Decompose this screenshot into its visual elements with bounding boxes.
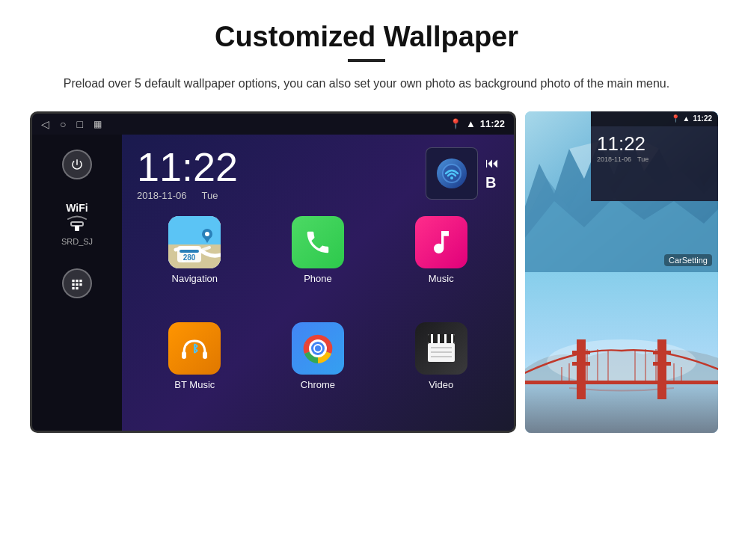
media-label-b: B [485, 174, 499, 191]
phone-app-icon [292, 216, 344, 268]
music-label: Music [429, 273, 454, 284]
status-time: 11:22 [480, 118, 505, 129]
svg-rect-27 [426, 334, 431, 343]
video-app-icon [415, 322, 467, 375]
btmusic-label: BT Music [174, 379, 215, 390]
nav-map-background: 280 [168, 216, 221, 268]
app-item-phone[interactable]: Phone [260, 216, 376, 316]
app-item-btmusic[interactable]: BT Music [137, 322, 253, 422]
video-label: Video [429, 379, 453, 390]
back-nav-icon[interactable]: ◁ [41, 118, 49, 130]
page-title: Customized Wallpaper [30, 21, 703, 53]
svg-text:280: 280 [183, 253, 196, 262]
status-bar-right: 📍 ▲ 11:22 [450, 118, 505, 129]
svg-point-3 [450, 176, 453, 179]
svg-rect-45 [577, 339, 586, 399]
navigation-label: Navigation [172, 273, 218, 284]
power-button[interactable] [62, 150, 92, 179]
svg-point-24 [315, 345, 321, 351]
svg-rect-7 [168, 216, 221, 244]
svg-rect-29 [440, 334, 444, 343]
location-icon: 📍 [450, 118, 461, 129]
media-controls: ⏮ B [485, 156, 499, 191]
svg-rect-31 [453, 334, 458, 343]
wallpaper-bridge[interactable] [525, 272, 718, 433]
screenshot-icon: ▦ [93, 119, 102, 129]
day-value: Tue [202, 190, 218, 201]
svg-rect-14 [182, 351, 186, 359]
apps-button[interactable] [62, 268, 92, 298]
svg-rect-9 [180, 250, 199, 253]
wallpaper-ice[interactable]: 📍▲11:22 11:22 2018-11-06Tue CarSetting [525, 111, 718, 272]
svg-rect-43 [525, 381, 718, 433]
app-item-chrome[interactable]: Chrome [260, 322, 376, 422]
app-grid: 280 Navigation [122, 210, 514, 431]
phone-label: Phone [304, 273, 332, 284]
wifi-widget: WiFi SRD_SJ [61, 202, 93, 246]
carsetting-label[interactable]: CarSetting [664, 254, 712, 266]
clock-time: 11:22 [137, 147, 238, 187]
clock-date: 2018-11-06 Tue [137, 190, 238, 201]
date-value: 2018-11-06 [137, 190, 187, 201]
android-device: ◁ ○ □ ▦ 📍 ▲ 11:22 [30, 111, 516, 433]
left-sidebar: WiFi SRD_SJ [32, 135, 122, 431]
svg-rect-15 [203, 351, 207, 359]
svg-rect-28 [433, 334, 438, 343]
app-item-video[interactable]: Video [383, 322, 499, 422]
wifi-label: WiFi [61, 202, 93, 214]
home-nav-icon[interactable]: ○ [60, 118, 66, 130]
music-app-icon [415, 216, 467, 268]
app-item-navigation[interactable]: 280 Navigation [137, 216, 253, 316]
title-divider [348, 59, 385, 62]
chrome-app-icon [292, 322, 344, 375]
wifi-network: SRD_SJ [61, 237, 93, 246]
svg-rect-1 [71, 222, 83, 226]
wifi-signal-icon: ▲ [466, 118, 476, 129]
center-area: 11:22 2018-11-06 Tue [122, 135, 514, 431]
chrome-label: Chrome [301, 379, 335, 390]
wallpaper-previews: 📍▲11:22 11:22 2018-11-06Tue CarSetting [525, 111, 718, 433]
svg-rect-51 [525, 381, 718, 384]
prev-track-button[interactable]: ⏮ [485, 156, 499, 171]
screen-container: ◁ ○ □ ▦ 📍 ▲ 11:22 [30, 111, 718, 433]
app-item-music[interactable]: Music [383, 216, 499, 316]
media-widgets: ⏮ B [426, 147, 499, 200]
clock-area: 11:22 2018-11-06 Tue [122, 135, 514, 210]
clock-info: 11:22 2018-11-06 Tue [137, 147, 238, 201]
media-app-icon [426, 147, 478, 200]
svg-point-13 [205, 232, 209, 236]
status-bar-left: ◁ ○ □ ▦ [41, 118, 102, 130]
svg-rect-46 [657, 339, 666, 399]
navigation-app-icon: 280 [168, 216, 221, 268]
media-wifi-icon [437, 159, 467, 188]
main-content: WiFi SRD_SJ [32, 135, 514, 431]
status-bar: ◁ ○ □ ▦ 📍 ▲ 11:22 [32, 114, 514, 135]
svg-rect-30 [447, 334, 451, 343]
btmusic-app-icon [168, 322, 221, 375]
svg-rect-0 [75, 226, 79, 231]
wifi-bars [61, 215, 93, 236]
page-description: Preload over 5 default wallpaper options… [60, 74, 673, 93]
page-wrapper: Customized Wallpaper Preload over 5 defa… [0, 0, 733, 448]
recents-nav-icon[interactable]: □ [76, 118, 82, 130]
